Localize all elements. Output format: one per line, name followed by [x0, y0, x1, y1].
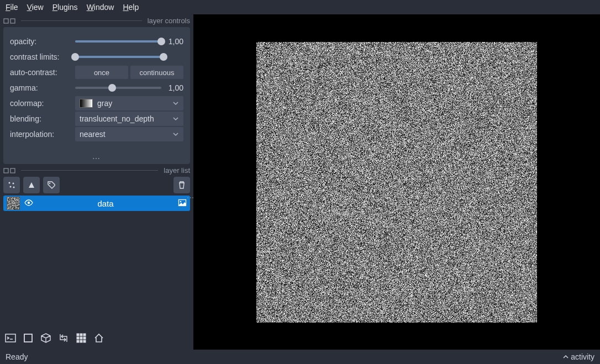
- visibility-toggle-icon[interactable]: [24, 198, 33, 209]
- gamma-slider[interactable]: [75, 84, 161, 92]
- menu-view[interactable]: View: [27, 3, 44, 12]
- colormap-gradient-icon: [80, 99, 93, 108]
- layer-controls-header: layer controls: [3, 17, 190, 25]
- statusbar: Ready activity: [0, 350, 600, 364]
- autocontrast-label: auto-contrast:: [10, 68, 71, 77]
- viewer-canvas[interactable]: [193, 14, 600, 350]
- grid-mode-button[interactable]: [74, 331, 88, 345]
- opacity-value: 1,00: [164, 37, 183, 46]
- svg-point-5: [13, 183, 14, 184]
- menu-file[interactable]: File: [6, 3, 18, 12]
- image-display: [256, 42, 537, 323]
- svg-rect-20: [77, 340, 79, 342]
- new-points-layer-button[interactable]: [3, 177, 20, 193]
- svg-rect-18: [80, 337, 82, 339]
- menu-window[interactable]: Window: [87, 3, 114, 12]
- resize-handle-icon[interactable]: ⋯: [92, 154, 101, 163]
- svg-rect-12: [6, 334, 15, 342]
- svg-rect-13: [24, 334, 32, 342]
- image-layer-icon: [178, 198, 187, 209]
- svg-rect-14: [77, 334, 79, 336]
- svg-rect-17: [77, 337, 79, 339]
- colormap-label: colormap:: [10, 99, 71, 108]
- gamma-label: gamma:: [10, 83, 71, 92]
- interpolation-dropdown[interactable]: nearest: [75, 127, 183, 141]
- blending-dropdown[interactable]: translucent_no_depth: [75, 112, 183, 126]
- home-button[interactable]: [92, 331, 106, 345]
- svg-rect-19: [83, 337, 86, 339]
- svg-point-6: [10, 186, 12, 188]
- layer-item[interactable]: data: [3, 196, 190, 211]
- chevron-down-icon: [172, 115, 179, 122]
- layer-list-toolbar: [3, 177, 190, 193]
- autocontrast-once-button[interactable]: once: [75, 66, 128, 79]
- chevron-down-icon: [172, 100, 179, 107]
- layer-list-title: layer list: [164, 166, 190, 175]
- colormap-dropdown[interactable]: gray: [75, 96, 183, 110]
- layer-name[interactable]: data: [38, 199, 173, 208]
- status-text: Ready: [6, 352, 28, 361]
- svg-rect-22: [83, 340, 86, 342]
- svg-point-7: [13, 187, 15, 188]
- blending-label: blending:: [10, 114, 71, 123]
- svg-rect-2: [4, 168, 8, 173]
- layer-controls-title: layer controls: [148, 17, 190, 25]
- console-button[interactable]: [3, 331, 18, 345]
- svg-rect-16: [83, 334, 86, 336]
- svg-point-11: [180, 201, 182, 202]
- new-shapes-layer-button[interactable]: [23, 177, 40, 193]
- ndisplay-2d-button[interactable]: [21, 331, 35, 345]
- autocontrast-continuous-button[interactable]: continuous: [130, 66, 183, 79]
- menubar: File View Plugins Window Help: [0, 0, 600, 14]
- ndisplay-3d-button[interactable]: [39, 331, 53, 345]
- interpolation-label: interpolation:: [10, 130, 71, 139]
- close-panel-icon[interactable]: [10, 18, 15, 24]
- svg-point-9: [28, 201, 30, 203]
- menu-help[interactable]: Help: [123, 3, 139, 12]
- svg-point-4: [9, 182, 10, 184]
- chevron-up-icon: [563, 354, 569, 360]
- layer-controls-panel: opacity: 1,00 contrast limits:: [3, 27, 190, 164]
- undock-icon[interactable]: [3, 18, 9, 24]
- svg-rect-1: [10, 19, 15, 23]
- svg-rect-15: [80, 334, 82, 336]
- gamma-value: 1,00: [164, 83, 183, 92]
- viewer-buttons: [3, 330, 190, 346]
- contrast-limits-slider[interactable]: [75, 53, 164, 61]
- svg-rect-0: [4, 19, 8, 23]
- roll-dims-button[interactable]: [56, 331, 71, 345]
- delete-layer-button[interactable]: [173, 177, 190, 193]
- close-panel-icon[interactable]: [10, 168, 15, 173]
- layer-list-header: layer list: [3, 166, 190, 175]
- svg-rect-21: [80, 340, 82, 342]
- layer-thumbnail: [7, 197, 20, 210]
- activity-button[interactable]: activity: [563, 352, 594, 361]
- contrast-limits-label: contrast limits:: [10, 52, 71, 61]
- new-labels-layer-button[interactable]: [43, 177, 60, 193]
- menu-plugins[interactable]: Plugins: [52, 3, 78, 12]
- chevron-down-icon: [172, 131, 179, 138]
- opacity-label: opacity:: [10, 37, 71, 46]
- undock-icon[interactable]: [3, 168, 9, 173]
- opacity-slider[interactable]: [75, 38, 161, 45]
- svg-rect-3: [10, 168, 15, 173]
- svg-point-8: [49, 183, 50, 184]
